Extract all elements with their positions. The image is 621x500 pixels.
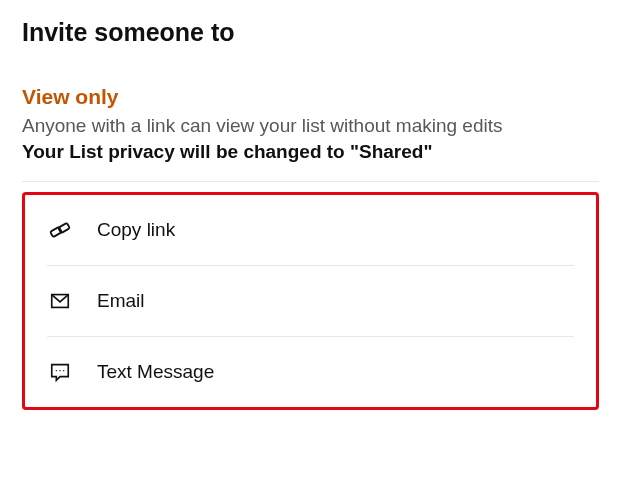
text-message-icon: [47, 359, 73, 385]
page-title: Invite someone to: [22, 18, 599, 47]
permission-heading: View only: [22, 85, 599, 109]
email-label: Email: [97, 290, 145, 312]
email-icon: [47, 288, 73, 314]
svg-point-3: [56, 370, 57, 371]
permission-description: Anyone with a link can view your list wi…: [22, 113, 599, 139]
link-icon: [47, 217, 73, 243]
copy-link-option[interactable]: Copy link: [47, 195, 574, 265]
share-options-box: Copy link Email Text Message: [22, 192, 599, 410]
text-message-option[interactable]: Text Message: [47, 336, 574, 407]
copy-link-label: Copy link: [97, 219, 175, 241]
email-option[interactable]: Email: [47, 265, 574, 336]
text-message-label: Text Message: [97, 361, 214, 383]
privacy-note: Your List privacy will be changed to "Sh…: [22, 141, 599, 163]
divider: [22, 181, 599, 182]
svg-point-4: [59, 370, 60, 371]
svg-point-5: [63, 370, 64, 371]
